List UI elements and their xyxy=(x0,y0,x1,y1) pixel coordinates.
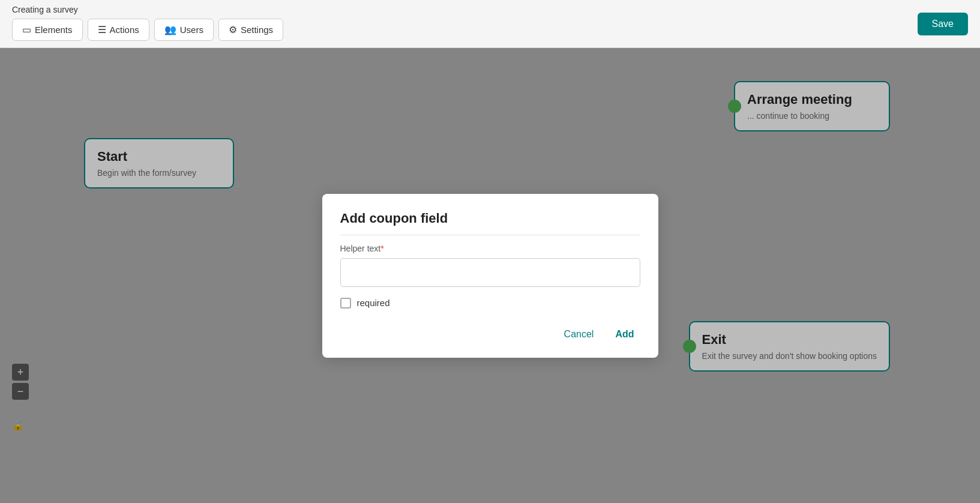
modal-actions: Cancel Add xyxy=(340,325,640,343)
modal-overlay: Add coupon field Helper text* required C… xyxy=(0,48,980,503)
users-button[interactable]: 👥 Users xyxy=(154,19,214,41)
settings-icon: ⚙ xyxy=(229,24,237,35)
actions-label: Actions xyxy=(110,25,139,35)
topbar-buttons: ▭ Elements ☰ Actions 👥 Users ⚙ Settings xyxy=(12,19,283,41)
elements-button[interactable]: ▭ Elements xyxy=(12,19,83,41)
elements-label: Elements xyxy=(35,25,73,35)
settings-label: Settings xyxy=(241,25,273,35)
required-checkbox[interactable] xyxy=(340,298,351,309)
topbar: Creating a survey ▭ Elements ☰ Actions 👥… xyxy=(0,0,980,48)
page-title: Creating a survey xyxy=(12,5,78,14)
elements-icon: ▭ xyxy=(22,24,31,35)
actions-icon: ☰ xyxy=(98,24,106,35)
add-button[interactable]: Add xyxy=(609,325,640,343)
required-checkbox-label: required xyxy=(357,298,390,308)
users-label: Users xyxy=(180,25,203,35)
required-marker: * xyxy=(380,244,383,253)
settings-button[interactable]: ⚙ Settings xyxy=(218,19,283,41)
actions-button[interactable]: ☰ Actions xyxy=(88,19,149,41)
users-icon: 👥 xyxy=(164,24,176,35)
save-button[interactable]: Save xyxy=(918,13,968,35)
helper-text-label: Helper text* xyxy=(340,244,640,253)
modal-title: Add coupon field xyxy=(340,211,640,235)
required-checkbox-row: required xyxy=(340,298,640,309)
canvas: Start Begin with the form/survey Arrange… xyxy=(0,48,980,503)
cancel-button[interactable]: Cancel xyxy=(558,325,600,343)
helper-text-input[interactable] xyxy=(340,258,640,287)
add-coupon-modal: Add coupon field Helper text* required C… xyxy=(322,194,658,358)
